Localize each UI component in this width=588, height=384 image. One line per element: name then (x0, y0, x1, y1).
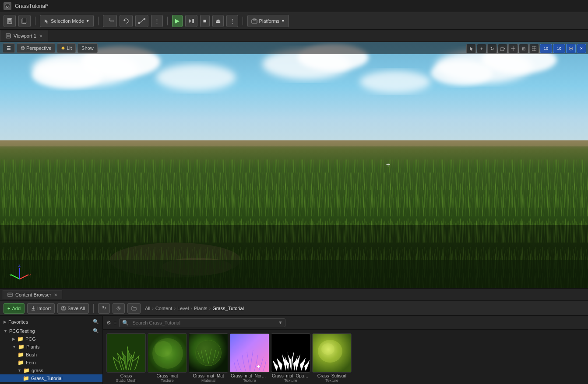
svg-point-31 (431, 60, 493, 85)
sidebar-item-plants[interactable]: ▼ 📁 Plants (0, 343, 102, 351)
breadcrumb-all[interactable]: All (145, 306, 150, 311)
favorites-header[interactable]: ▶ Favorites 🔍 (0, 318, 102, 326)
breadcrumb-level[interactable]: Level (177, 306, 189, 311)
asset-item-grass-mat[interactable]: Grass_mat Texture (148, 333, 187, 384)
asset-item-grass-mat-mat[interactable]: Grass_mat_Mat Material (189, 333, 228, 384)
breadcrumb-plants[interactable]: Plants (194, 306, 208, 311)
scale-button[interactable] (135, 15, 148, 27)
svg-marker-13 (124, 20, 126, 21)
grid-toggle[interactable] (529, 44, 539, 53)
extra-toolbar-btn[interactable]: ⋮ (226, 15, 238, 27)
viewport-tab-1[interactable]: Viewport 1 ✕ (0, 30, 48, 42)
refresh-tool[interactable]: ↻ (487, 44, 497, 53)
viewport-container: Viewport 1 ✕ (0, 30, 588, 288)
cb-content-toolbar: ⚙ ≡ 🔍 ▼ (103, 316, 588, 330)
separator-4 (243, 17, 243, 25)
svg-line-50 (11, 275, 20, 279)
simulate-button[interactable] (185, 15, 197, 27)
asset-item-grass-subsurf[interactable]: Grass_Subsurf Texture (312, 333, 352, 384)
separator-1 (35, 17, 35, 25)
filter-icon[interactable]: ⚙ (106, 320, 111, 326)
number-display-2[interactable]: 10 (553, 44, 565, 53)
svg-rect-3 (8, 18, 11, 21)
svg-rect-16 (144, 18, 145, 20)
svg-text:X: X (29, 273, 31, 277)
viewport-3d[interactable]: + X Y Z ☰ Perspective (0, 42, 588, 288)
lit-button[interactable]: Lit (57, 43, 76, 53)
svg-point-84 (196, 340, 222, 366)
favorites-search-icon[interactable]: 🔍 (93, 319, 99, 325)
cursor-tool[interactable] (466, 44, 476, 53)
sidebar-item-grass[interactable]: ▼ 📁 grass (0, 367, 102, 374)
show-button[interactable]: Show (77, 43, 98, 53)
add-button[interactable]: + Add (4, 303, 25, 314)
svg-point-33 (360, 71, 431, 93)
svg-text:Y: Y (9, 273, 12, 277)
grass-label: grass (32, 368, 43, 373)
plants-label: Plants (26, 344, 40, 349)
eject-button[interactable]: ⏏ (212, 15, 224, 27)
search-input[interactable] (132, 320, 276, 325)
move-tool[interactable] (508, 44, 518, 53)
save-all-button-cb[interactable]: Save All (57, 303, 89, 314)
separator-2 (98, 17, 99, 25)
cb-folder-button[interactable] (127, 303, 141, 314)
svg-marker-17 (189, 19, 191, 23)
cb-breadcrumb: All › Content › Level › Plants › Grass_T… (145, 306, 244, 311)
sidebar-item-lavender[interactable]: 📁 Lavender (0, 382, 102, 384)
stop-button[interactable]: ■ (200, 15, 210, 27)
translate-button[interactable] (103, 15, 117, 27)
asset-label-grass: Grass (106, 373, 146, 378)
asset-thumb-grass-subsurf (312, 333, 352, 373)
breadcrumb-grass-tutorial[interactable]: Grass_Tutorial (212, 306, 244, 311)
view-type-1[interactable] (566, 44, 576, 53)
grass-folder-icon: 📁 (23, 367, 30, 374)
ground-layer (0, 140, 588, 288)
pcgtesting-search-icon[interactable]: 🔍 (93, 328, 99, 334)
rotate-button[interactable] (120, 15, 133, 27)
asset-type-grass-mat-normal: Texture (230, 378, 269, 384)
sidebar-item-bush[interactable]: 📁 Bush (0, 351, 102, 359)
plants-folder-icon: 📁 (18, 344, 25, 350)
content-browser-tab[interactable]: Content Browser ✕ (3, 290, 62, 299)
viewport-tab-label: Viewport 1 (14, 33, 36, 38)
svg-rect-62 (500, 48, 504, 51)
platforms-label: Platforms (259, 18, 279, 24)
transform-tool[interactable]: ⊞ (519, 44, 528, 53)
asset-item-grass-mat-opacity[interactable]: Grass_mat_Opacity Texture (271, 333, 310, 384)
cb-refresh-button[interactable]: ↻ (98, 303, 110, 314)
save-button[interactable] (4, 15, 16, 27)
number-display-1[interactable]: 10 (540, 44, 552, 53)
perspective-button[interactable]: Perspective (17, 43, 55, 53)
breadcrumb-content[interactable]: Content (155, 306, 173, 311)
viewport-tab-close[interactable]: ✕ (39, 34, 42, 38)
cb-history-button[interactable]: ◷ (113, 303, 125, 314)
asset-item-grass[interactable]: Grass Static Mesh (106, 333, 146, 384)
play-button[interactable]: ▶ (172, 15, 183, 27)
selection-mode-button[interactable]: Selection Mode ▼ (40, 15, 94, 27)
camera-tool[interactable] (498, 44, 507, 53)
import-button[interactable]: Import (27, 303, 55, 314)
filter-options[interactable]: ≡ (114, 320, 116, 325)
import-label: Import (37, 306, 51, 311)
fern-folder-icon: 📁 (18, 360, 24, 366)
more-options-button[interactable]: ⋮ (151, 15, 163, 27)
main-toolbar: Selection Mode ▼ ⋮ ▶ ■ (0, 12, 588, 30)
sidebar-item-fern[interactable]: 📁 Fern (0, 359, 102, 367)
asset-thumb-grass (106, 333, 146, 373)
bush-label: Bush (26, 352, 37, 357)
search-dropdown-arrow[interactable]: ▼ (278, 320, 283, 325)
asset-grid: Grass Static Mesh (103, 330, 588, 384)
cb-tab-close[interactable]: ✕ (54, 293, 57, 297)
platforms-button[interactable]: + Add Platforms ▼ (247, 15, 289, 27)
asset-item-grass-mat-normal[interactable]: + Grass_mat_Normal Texture (230, 333, 269, 384)
hamburger-button[interactable]: ☰ (3, 43, 15, 53)
pcgtesting-header[interactable]: ▼ PCGTesting 🔍 (0, 327, 102, 335)
sidebar-item-pcg[interactable]: ▶ 📁 PCG (0, 335, 102, 343)
add-tool[interactable]: + (477, 44, 486, 53)
svg-marker-12 (109, 18, 111, 18)
sidebar-item-grass-tutorial[interactable]: 📁 Grass_Tutorial (0, 374, 102, 382)
x-button[interactable]: ✕ (577, 44, 586, 53)
pcg-folder-icon: 📁 (17, 336, 24, 342)
save-all-button[interactable] (18, 15, 31, 27)
